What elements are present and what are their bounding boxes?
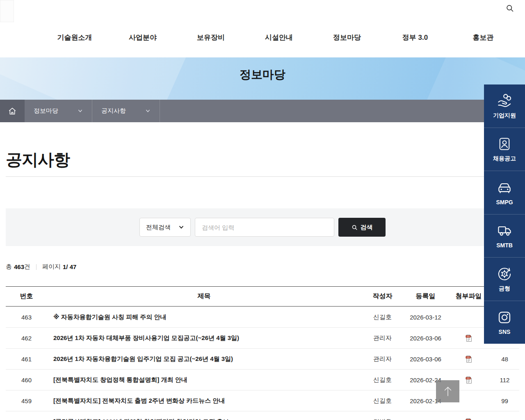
post-views: 48 xyxy=(490,356,519,363)
post-number: 459 xyxy=(6,397,47,404)
sidebar-item-sns[interactable]: SNS xyxy=(484,301,525,344)
attachment-cell xyxy=(447,355,490,363)
chevron-down-icon xyxy=(145,108,151,114)
nav-item-about[interactable]: 기술원소개 xyxy=(41,32,109,43)
page-indicator: 1/ 47 xyxy=(63,263,76,270)
logo-placeholder xyxy=(0,0,14,22)
page-banner: 정보마당 xyxy=(0,57,525,100)
attachment-cell xyxy=(447,418,490,420)
post-number: 463 xyxy=(6,314,47,321)
post-author: 관리자 xyxy=(361,355,404,363)
sidebar-item-company-support[interactable]: 기업지원 xyxy=(484,84,525,128)
post-date: 2026-03-06 xyxy=(404,356,447,363)
search-button-label: 검색 xyxy=(361,224,373,231)
column-header-date: 등록일 xyxy=(404,292,447,301)
main-nav: 기술원소개사업분야보유장비시설안내정보마당정부 3.0홍보관 xyxy=(41,32,517,43)
sidebar-item-label: SNS xyxy=(499,329,511,335)
breadcrumb-label: 공지사항 xyxy=(101,107,126,115)
post-views: 99 xyxy=(490,397,519,404)
divider xyxy=(6,176,519,177)
breadcrumb-items: 정보마당공지사항 xyxy=(25,100,160,122)
post-author: 신길호 xyxy=(361,313,404,321)
post-number: 461 xyxy=(6,356,47,363)
sidebar-item-label: 금형 xyxy=(499,285,510,292)
hand-coins-icon xyxy=(496,93,513,109)
total-label: 총 xyxy=(6,263,12,271)
table-header-row: 번호제목작성자등록일첨부파일 xyxy=(6,286,519,307)
total-unit: 건 xyxy=(24,263,30,271)
up-arrow-icon xyxy=(442,385,454,398)
nav-item-gov30[interactable]: 정부 3.0 xyxy=(381,32,449,43)
post-title-link[interactable]: [전북특별자치도] 전북자치도 출범 2주년 변화상 카드뉴스 안내 xyxy=(47,397,361,405)
post-number: 458 xyxy=(6,418,47,420)
search-section: 전체검색 검색 xyxy=(6,208,519,246)
pdf-file-icon[interactable] xyxy=(466,334,472,342)
total-count: 463 xyxy=(14,263,24,270)
sidebar-item-mold[interactable]: 금형 xyxy=(484,257,525,301)
post-title-link[interactable]: 2026년 1차 자동차 대체부품 장비사용기업 모집공고(~26년 4월 3일… xyxy=(47,334,361,342)
nav-item-equipment[interactable]: 보유장비 xyxy=(177,32,245,43)
pdf-file-icon[interactable] xyxy=(466,376,472,384)
post-views: 112 xyxy=(490,377,519,383)
nav-item-facilities[interactable]: 시설안내 xyxy=(245,32,313,43)
car-icon xyxy=(496,180,513,196)
post-title-link[interactable]: 2026년 1차 자동차융합기술원 입주기업 모집 공고(~26년 4월 3일) xyxy=(47,355,361,363)
post-number: 460 xyxy=(6,377,47,383)
post-author: 신길호 xyxy=(361,397,404,405)
column-header-author: 작성자 xyxy=(361,292,404,301)
table-row: 4612026년 1차 자동차융합기술원 입주기업 모집 공고(~26년 4월 … xyxy=(6,349,519,370)
gear-icon xyxy=(496,266,513,282)
id-card-icon xyxy=(497,136,512,152)
sidebar-item-label: SMPG xyxy=(496,199,513,205)
post-date: 2026-03-06 xyxy=(404,335,447,342)
search-button[interactable]: 검색 xyxy=(338,218,386,237)
post-author: 김범우 xyxy=(361,418,404,420)
search-input[interactable] xyxy=(195,218,334,237)
pdf-file-icon[interactable] xyxy=(466,418,472,420)
column-header-title: 제목 xyxy=(47,292,361,301)
post-author: 신길호 xyxy=(361,376,404,384)
pdf-file-icon[interactable] xyxy=(466,355,472,363)
table-row: 4622026년 1차 자동차 대체부품 장비사용기업 모집공고(~26년 4월… xyxy=(6,328,519,349)
page: 기술원소개사업분야보유장비시설안내정보마당정부 3.0홍보관 정보마당 정보마당… xyxy=(0,0,525,420)
post-title-link[interactable]: [전북특별자치도 창업정책 통합설명회] 개최 안내 xyxy=(47,376,361,384)
divider xyxy=(36,264,37,270)
nav-item-info[interactable]: 정보마당 xyxy=(313,32,381,43)
search-icon xyxy=(506,4,514,12)
truck-icon xyxy=(496,223,513,239)
breadcrumb-label: 정보마당 xyxy=(34,107,58,115)
post-title-link[interactable]: ※ 자동차융합기술원 사칭 피해 주의 안내 xyxy=(47,313,361,321)
board-summary: 총 463 건 페이지 1/ 47 xyxy=(6,263,76,271)
page-title: 공지사항 xyxy=(6,148,70,171)
nav-item-business[interactable]: 사업분야 xyxy=(109,32,177,43)
chevron-down-icon xyxy=(78,108,83,114)
post-title-link[interactable]: [국립군산대학교] 2026년 전북형 창업패키지 창업기업 모집 홍보 xyxy=(47,418,361,420)
nav-item-pr[interactable]: 홍보관 xyxy=(449,32,517,43)
post-date: 2026-02-20 xyxy=(404,418,447,420)
header-search-button[interactable] xyxy=(506,4,514,12)
post-views: 120 xyxy=(490,418,519,420)
home-button[interactable] xyxy=(0,100,25,122)
sidebar-item-jobs[interactable]: 채용공고 xyxy=(484,128,525,171)
post-date: 2026-03-12 xyxy=(404,314,447,321)
breadcrumb-item-info-madang[interactable]: 정보마당 xyxy=(25,100,92,122)
sidebar-item-label: 채용공고 xyxy=(493,155,516,162)
page-label: 페이지 xyxy=(42,263,61,271)
back-to-top-button[interactable] xyxy=(436,380,459,402)
table-row: 458[국립군산대학교] 2026년 전북형 창업패키지 창업기업 모집 홍보김… xyxy=(6,411,519,420)
search-category-value: 전체검색 xyxy=(146,224,171,231)
breadcrumb: 정보마당공지사항 xyxy=(0,100,525,122)
banner-title: 정보마당 xyxy=(0,57,525,82)
quick-sidebar: 기업지원채용공고SMPGSMTB금형SNS xyxy=(484,84,525,344)
column-header-no: 번호 xyxy=(6,292,47,301)
post-number: 462 xyxy=(6,335,47,342)
sidebar-item-label: 기업지원 xyxy=(493,112,516,119)
sidebar-item-smtb[interactable]: SMTB xyxy=(484,214,525,258)
search-category-select[interactable]: 전체검색 xyxy=(139,218,191,237)
breadcrumb-item-notice[interactable]: 공지사항 xyxy=(92,100,160,122)
search-icon xyxy=(352,224,358,231)
post-author: 관리자 xyxy=(361,334,404,342)
sidebar-item-label: SMTB xyxy=(496,242,513,249)
chevron-down-icon xyxy=(178,224,184,230)
sidebar-item-smpg[interactable]: SMPG xyxy=(484,171,525,214)
